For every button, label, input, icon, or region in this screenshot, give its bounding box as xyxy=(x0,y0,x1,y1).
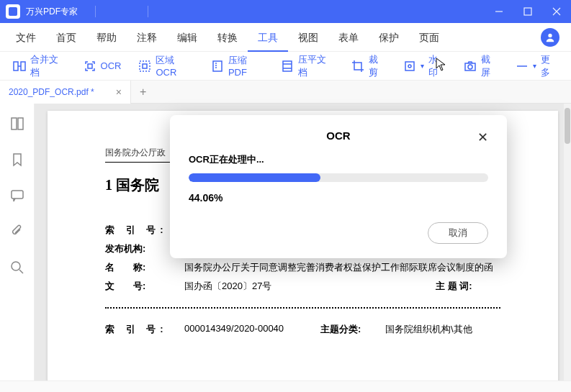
document-tab[interactable]: 2020_PDF_OCR.pdf * × xyxy=(0,81,131,104)
crop-icon xyxy=(351,60,364,73)
svg-rect-5 xyxy=(14,62,18,70)
toolbar: 合并文档 OCR 区域OCR 压缩PDF 压平文档 裁剪 ▾水印 截屏 ▾更多 xyxy=(0,52,571,81)
crop-button[interactable]: 裁剪 xyxy=(344,55,393,77)
svg-rect-6 xyxy=(21,62,25,70)
bookmarks-icon[interactable] xyxy=(10,152,24,170)
close-button[interactable] xyxy=(542,0,571,23)
app-name: 万兴PDF专家 xyxy=(26,6,78,18)
ocr-progress-dialog: OCR ✕ OCR正在处理中... 44.06% 取消 xyxy=(170,115,507,258)
scrollbar-track[interactable] xyxy=(564,104,571,380)
svg-point-13 xyxy=(468,65,472,69)
sidebar xyxy=(0,104,35,380)
compress-button[interactable]: 压缩PDF xyxy=(204,55,271,77)
thumbnails-icon[interactable] xyxy=(10,117,24,134)
svg-rect-8 xyxy=(213,61,222,71)
menu-protect[interactable]: 保护 xyxy=(369,23,409,52)
tab-filename: 2020_PDF_OCR.pdf * xyxy=(9,87,94,97)
watermark-icon xyxy=(403,60,416,73)
area-ocr-icon xyxy=(138,60,151,73)
attachments-icon[interactable] xyxy=(10,224,24,242)
redo-icon[interactable] xyxy=(163,6,174,17)
new-tab-button[interactable]: + xyxy=(131,86,155,99)
svg-rect-10 xyxy=(405,62,414,70)
ocr-button[interactable]: OCR xyxy=(76,55,129,77)
dropdown-icon[interactable] xyxy=(174,6,186,17)
dialog-close-icon[interactable]: ✕ xyxy=(477,129,488,145)
more-icon xyxy=(516,60,529,73)
svg-point-11 xyxy=(408,65,411,68)
comments-icon[interactable] xyxy=(10,188,24,206)
compress-icon xyxy=(211,60,224,73)
svg-point-4 xyxy=(548,33,552,37)
open-icon[interactable] xyxy=(99,6,110,17)
undo-icon[interactable] xyxy=(151,6,163,17)
progress-bar xyxy=(189,173,488,182)
merge-icon xyxy=(13,60,26,73)
watermark-button[interactable]: ▾水印 xyxy=(396,55,453,77)
menu-convert[interactable]: 转换 xyxy=(207,23,248,52)
progress-status: OCR正在处理中... xyxy=(189,153,488,166)
menu-view[interactable]: 视图 xyxy=(288,23,328,52)
menu-bar: 文件 首页 帮助 注释 编辑 转换 工具 视图 表单 保护 页面 xyxy=(0,23,571,52)
status-bar xyxy=(0,380,571,392)
maximize-button[interactable] xyxy=(513,0,542,23)
screenshot-button[interactable]: 截屏 xyxy=(457,55,505,77)
area-ocr-button[interactable]: 区域OCR xyxy=(131,55,200,77)
minimize-button[interactable] xyxy=(485,0,513,23)
camera-icon xyxy=(464,60,477,73)
menu-file[interactable]: 文件 xyxy=(6,23,46,52)
svg-rect-7 xyxy=(140,61,150,71)
scrollbar-thumb[interactable] xyxy=(565,108,570,144)
svg-rect-15 xyxy=(18,118,23,129)
search-icon[interactable] xyxy=(10,260,24,278)
tab-strip: 2020_PDF_OCR.pdf * × + xyxy=(0,81,571,104)
dialog-title: OCR xyxy=(326,129,350,142)
flatten-icon xyxy=(281,60,294,73)
svg-rect-3 xyxy=(524,8,531,15)
svg-rect-14 xyxy=(12,118,17,129)
ocr-icon xyxy=(84,60,96,73)
menu-tools[interactable]: 工具 xyxy=(248,23,288,52)
app-logo xyxy=(6,4,20,19)
menu-help[interactable]: 帮助 xyxy=(86,23,127,52)
save-icon[interactable] xyxy=(110,6,122,17)
cancel-button[interactable]: 取消 xyxy=(428,222,488,244)
menu-annotate[interactable]: 注释 xyxy=(127,23,167,52)
print-icon[interactable] xyxy=(133,6,145,17)
title-bar: 万兴PDF专家 xyxy=(0,0,571,23)
mail-icon[interactable] xyxy=(122,6,133,17)
tab-close-icon[interactable]: × xyxy=(116,86,122,98)
svg-rect-16 xyxy=(12,191,23,199)
menu-home[interactable]: 首页 xyxy=(46,23,86,52)
menu-page[interactable]: 页面 xyxy=(409,23,449,52)
svg-point-17 xyxy=(12,262,20,270)
svg-rect-9 xyxy=(283,61,292,71)
menu-edit[interactable]: 编辑 xyxy=(167,23,207,52)
progress-percent: 44.06% xyxy=(189,192,488,204)
progress-fill xyxy=(189,173,320,182)
menu-form[interactable]: 表单 xyxy=(328,23,369,52)
flatten-button[interactable]: 压平文档 xyxy=(274,55,341,77)
user-avatar[interactable] xyxy=(541,28,559,47)
merge-button[interactable]: 合并文档 xyxy=(6,55,73,77)
more-button[interactable]: ▾更多 xyxy=(508,55,565,77)
